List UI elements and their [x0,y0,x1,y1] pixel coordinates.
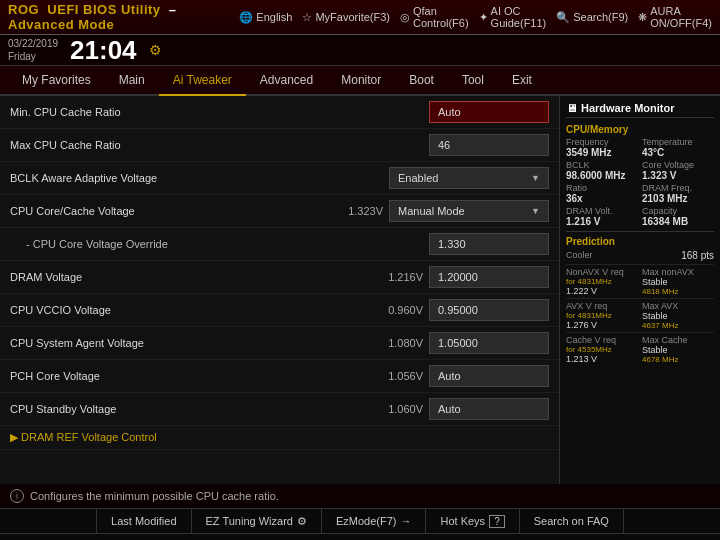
cpu-memory-section: CPU/Memory [566,124,714,135]
setting-cpu-vccio-voltage[interactable]: CPU VCCIO Voltage 0.960V 0.95000 [0,294,559,327]
setting-label: Max CPU Cache Ratio [10,139,429,151]
myfavorite-button[interactable]: ☆ MyFavorite(F3) [302,5,390,29]
nav-boot[interactable]: Boot [395,65,448,95]
prediction-title: Prediction [566,236,714,247]
nav-exit[interactable]: Exit [498,65,546,95]
ez-tuning-label: EZ Tuning Wizard [206,515,293,527]
ratio-value: 36x [566,193,638,204]
setting-label: DRAM Voltage [10,271,379,283]
dram-volt-value: 1.216 V [566,216,638,227]
setting-value[interactable]: Auto [429,365,549,387]
setting-label: CPU System Agent Voltage [10,337,379,349]
setting-value-dropdown[interactable]: Enabled [389,167,549,189]
core-voltage-label: Core Voltage [642,160,714,170]
avx-for: for 4831MHz [566,311,638,320]
setting-value[interactable]: 1.20000 [429,266,549,288]
monitor-icon: 🖥 [566,102,577,114]
hotkeys-label: Hot Keys [440,515,485,527]
setting-cpu-core-voltage-override[interactable]: - CPU Core Voltage Override 1.330 [0,228,559,261]
time-settings-icon[interactable]: ⚙ [149,42,162,58]
cooler-value: 168 pts [681,250,714,261]
cache-for: for 4535MHz [566,345,638,354]
setting-value[interactable]: Auto [429,398,549,420]
setting-label: Min. CPU Cache Ratio [10,106,429,118]
search-icon: 🔍 [556,11,570,24]
hot-keys-button[interactable]: Hot Keys ? [426,509,519,533]
setting-value[interactable]: 1.05000 [429,332,549,354]
max-avx-value: Stable [642,311,714,321]
hw-divider [566,231,714,232]
search-faq-label: Search on FAQ [534,515,609,527]
globe-icon: 🌐 [239,11,253,24]
setting-dram-voltage[interactable]: DRAM Voltage 1.216V 1.20000 [0,261,559,294]
rog-icon: ROG [8,2,39,17]
hw-monitor-panel: 🖥 Hardware Monitor CPU/Memory Frequency … [560,96,720,484]
footer-top: Last Modified EZ Tuning Wizard ⚙ EzMode(… [0,509,720,534]
setting-value[interactable]: 0.95000 [429,299,549,321]
ezmode-label: EzMode(F7) [336,515,397,527]
setting-unit: 1.323V [339,205,389,217]
main-content: Min. CPU Cache Ratio Auto Max CPU Cache … [0,96,720,484]
bclk-value: 98.6000 MHz [566,170,638,181]
ez-tuning-wizard-button[interactable]: EZ Tuning Wizard ⚙ [192,509,322,533]
setting-cpu-core-cache-voltage[interactable]: CPU Core/Cache Voltage 1.323V Manual Mod… [0,195,559,228]
footer-bottom: Version 2.20.1271. Copyright ©2019 Ameri… [0,534,720,540]
cache-req-label: Cache V req [566,335,638,345]
info-icon: i [10,489,24,503]
dram-ref-voltage-control[interactable]: ▶ DRAM REF Voltage Control [0,426,559,450]
aura-icon: ❋ [638,11,647,24]
qfan-button[interactable]: ◎ Qfan Control(F6) [400,5,469,29]
bios-mode-text: Advanced Mode [8,17,114,32]
setting-value[interactable]: 46 [429,134,549,156]
nonavx-section: NonAVX V req for 4831MHz 1.222 V Max non… [566,264,714,296]
max-nonavx-freq: 4818 MHz [642,287,714,296]
avx-req-value: 1.276 V [566,320,638,330]
ezmode-button[interactable]: EzMode(F7) → [322,509,427,533]
setting-unit: 1.060V [379,403,429,415]
top-icons-bar: 🌐 English ☆ MyFavorite(F3) ◎ Qfan Contro… [239,5,712,29]
top-bar: ROG UEFI BIOS Utility – Advanced Mode 🌐 … [0,0,720,35]
setting-label: PCH Core Voltage [10,370,379,382]
aioc-button[interactable]: ✦ AI OC Guide(F11) [479,5,547,29]
setting-cpu-standby-voltage[interactable]: CPU Standby Voltage 1.060V Auto [0,393,559,426]
nav-monitor[interactable]: Monitor [327,65,395,95]
nav-tool[interactable]: Tool [448,65,498,95]
setting-label: - CPU Core Voltage Override [10,238,429,250]
nonavx-for: for 4831MHz [566,277,638,286]
qfan-label: Qfan Control(F6) [413,5,469,29]
max-avx-label: Max AVX [642,301,714,311]
setting-value-dropdown[interactable]: Manual Mode [389,200,549,222]
setting-cpu-system-agent-voltage[interactable]: CPU System Agent Voltage 1.080V 1.05000 [0,327,559,360]
last-modified-button[interactable]: Last Modified [96,509,191,533]
avx-req-label: AVX V req [566,301,638,311]
nav-main[interactable]: Main [105,65,159,95]
bclk-label: BCLK [566,160,638,170]
cooler-row: Cooler 168 pts [566,250,714,261]
search-button[interactable]: 🔍 Search(F9) [556,5,628,29]
max-avx-freq: 4637 MHz [642,321,714,330]
hw-monitor-title: 🖥 Hardware Monitor [566,102,714,118]
setting-min-cpu-cache-ratio[interactable]: Min. CPU Cache Ratio Auto [0,96,559,129]
date-display: 03/22/2019 Friday [8,37,58,63]
tuning-icon: ⚙ [297,515,307,528]
nav-advanced[interactable]: Advanced [246,65,327,95]
setting-unit: 1.056V [379,370,429,382]
setting-value[interactable]: 1.330 [429,233,549,255]
star-icon: ☆ [302,11,312,24]
setting-max-cpu-cache-ratio[interactable]: Max CPU Cache Ratio 46 [0,129,559,162]
nav-ai-tweaker[interactable]: Ai Tweaker [159,66,246,96]
capacity-value: 16384 MB [642,216,714,227]
language-selector[interactable]: 🌐 English [239,5,292,29]
nav-my-favorites[interactable]: My Favorites [8,65,105,95]
setting-label: CPU Core/Cache Voltage [10,205,339,217]
setting-value[interactable]: Auto [429,101,549,123]
search-faq-button[interactable]: Search on FAQ [520,509,624,533]
search-label: Search(F9) [573,11,628,23]
temperature-value: 43°C [642,147,714,158]
nonavx-req-label: NonAVX V req [566,267,638,277]
setting-pch-core-voltage[interactable]: PCH Core Voltage 1.056V Auto [0,360,559,393]
aioc-label: AI OC Guide(F11) [491,5,547,29]
aura-button[interactable]: ❋ AURA ON/OFF(F4) [638,5,712,29]
max-cache-value: Stable [642,345,714,355]
setting-bclk-adaptive-voltage[interactable]: BCLK Aware Adaptive Voltage Enabled [0,162,559,195]
